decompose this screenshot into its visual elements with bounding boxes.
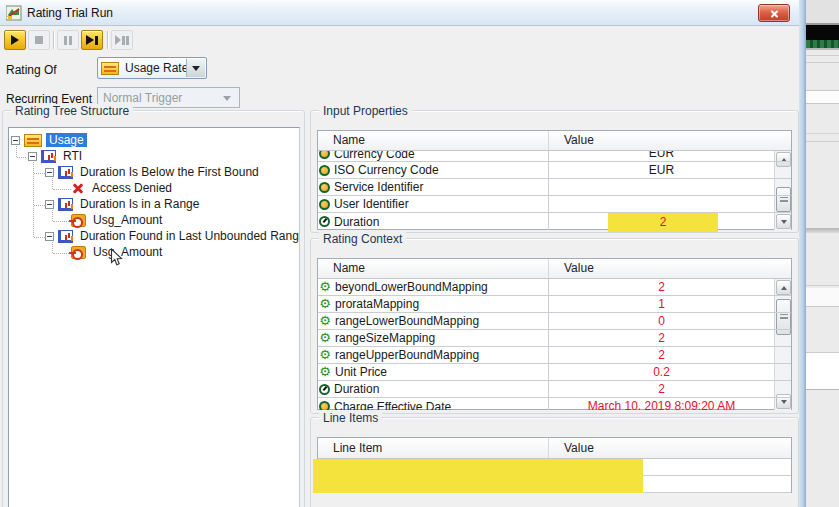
dialog-border [799, 0, 806, 507]
table-row[interactable]: ⚙rangeUpperBoundMapping 2 [318, 347, 791, 364]
column-header-value: Value [549, 438, 791, 458]
toolbar-separator [53, 31, 54, 49]
bg-band [806, 228, 839, 233]
recurring-event-value: Normal Trigger [103, 91, 182, 105]
input-properties-group: Input Properties Name Value Currency Cod… [310, 110, 799, 233]
dropdown-arrow-button[interactable] [186, 59, 205, 77]
context-value: 1 [549, 296, 774, 312]
table-row[interactable]: ⚙beyondLowerBoundMapping 2 [318, 279, 791, 296]
coin-icon [319, 199, 330, 210]
property-name: Duration [334, 215, 379, 229]
column-header-line-item: Line Item [318, 438, 549, 458]
column-header-name: Name [318, 131, 549, 150]
play-icon [11, 35, 19, 45]
table-row[interactable]: ISO Currency Code EUR [318, 162, 791, 179]
screen: Rating Trial Run [0, 0, 839, 507]
pause-icon [64, 36, 67, 45]
tree-node-label[interactable]: Usg_Amount [90, 213, 165, 227]
usage-rate-icon [101, 62, 119, 75]
line-item-highlight [313, 459, 643, 476]
tree-node-usage[interactable]: Usage [11, 132, 299, 148]
stop-button [28, 30, 50, 50]
table-row[interactable]: Service Identifier [318, 179, 791, 196]
rating-context-group: Rating Context Name Value ⚙beyondLowerBo… [310, 238, 799, 414]
tree-node-rti[interactable]: RTI [28, 148, 299, 164]
context-name: rangeUpperBoundMapping [335, 348, 479, 362]
rating-tree-title: Rating Tree Structure [11, 104, 133, 118]
table-row[interactable]: User Identifier [318, 196, 791, 213]
rating-of-label: Rating Of [6, 63, 57, 77]
histogram-icon [58, 230, 73, 243]
tree-node-access-denied[interactable]: Access Denied [71, 180, 299, 196]
bg-band [806, 90, 839, 104]
tree-connector [53, 189, 71, 190]
table-row[interactable]: ⚙Unit Price 0.2 [318, 364, 791, 381]
tree-node-label[interactable]: Duration Found in Last Unbounded Range [77, 229, 300, 243]
rating-of-value: Usage Rate [122, 61, 188, 75]
rating-context-table: Name Value ⚙beyondLowerBoundMapping 2 ⚙p… [317, 258, 792, 410]
table-header: Name Value [318, 131, 791, 151]
gear-icon: ⚙ [319, 315, 331, 327]
play-pause-icon [126, 36, 129, 45]
amount-node-icon [71, 246, 86, 259]
context-name: beyondLowerBoundMapping [335, 280, 488, 294]
context-value: 2 [549, 381, 774, 397]
gear-icon: ⚙ [319, 298, 331, 310]
toolbar-separator [107, 31, 108, 49]
tree-node-last-unbounded-range[interactable]: Duration Found in Last Unbounded Range [45, 228, 299, 244]
tree-connector [17, 157, 26, 158]
stop-icon [35, 36, 43, 44]
gear-icon: ⚙ [319, 281, 331, 293]
run-button[interactable] [4, 30, 26, 50]
tree-node-label[interactable]: Duration Is Below the First Bound [77, 165, 262, 179]
collapse-toggle-icon[interactable] [45, 200, 54, 209]
pause-icon [69, 36, 72, 45]
amount-node-icon [71, 214, 86, 227]
rating-context-title: Rating Context [319, 232, 406, 246]
bg-band [806, 285, 839, 286]
table-row[interactable]: Charge Effective Date March 10, 2019 8:0… [318, 398, 791, 410]
collapse-toggle-icon[interactable] [28, 152, 37, 161]
line-item-highlight [313, 476, 643, 493]
table-header: Line Item Value [318, 438, 791, 459]
app-icon [6, 5, 22, 21]
tree-node-usg-amount[interactable]: Usg_Amount [71, 212, 299, 228]
bg-band [806, 133, 839, 134]
context-value: 2 [549, 347, 774, 363]
context-value: 0.2 [549, 364, 774, 380]
property-name: ISO Currency Code [334, 163, 439, 177]
property-name: Currency Code [334, 151, 415, 161]
tree-node-label[interactable]: Access Denied [89, 181, 175, 195]
table-row[interactable]: ⚙rangeLowerBoundMapping 0 [318, 313, 791, 330]
table-row[interactable]: ⚙rangeSizeMapping 2 [318, 330, 791, 347]
rating-of-dropdown[interactable]: Usage Rate [97, 57, 207, 79]
bg-band [806, 25, 839, 40]
table-row[interactable]: Duration [318, 213, 791, 230]
close-button[interactable] [758, 4, 790, 22]
tree-node-label[interactable]: Duration Is in a Range [77, 197, 202, 211]
table-header: Name Value [318, 259, 791, 279]
coin-icon [319, 165, 330, 176]
tree-node-label[interactable]: Usage [46, 133, 87, 147]
toolbar [0, 28, 799, 54]
tree-node-below-first-bound[interactable]: Duration Is Below the First Bound [45, 164, 299, 180]
line-items-group: Line Items Line Item Value Usage EUR 0.2… [310, 417, 799, 507]
tree-node-in-a-range[interactable]: Duration Is in a Range [45, 196, 299, 212]
table-row[interactable]: Currency Code EUR [318, 151, 791, 162]
context-value: 2 [549, 279, 774, 295]
table-row[interactable]: ⚙prorataMapping 1 [318, 296, 791, 313]
property-value: EUR [549, 162, 774, 178]
chevron-down-icon [192, 66, 200, 71]
line-items-table: Line Item Value Usage EUR 0.20 Usg_Amoun… [317, 437, 792, 493]
tree-connector [34, 237, 45, 238]
step-forward-button[interactable] [81, 30, 103, 50]
context-name: rangeLowerBoundMapping [335, 314, 479, 328]
table-row[interactable]: Duration 2 [318, 381, 791, 398]
collapse-toggle-icon[interactable] [45, 232, 54, 241]
tree-node-usg-amount[interactable]: Usg_Amount [71, 244, 299, 260]
tree-node-label[interactable]: Usg_Amount [90, 245, 165, 259]
collapse-toggle-icon[interactable] [45, 168, 54, 177]
tree-node-label[interactable]: RTI [60, 149, 85, 163]
histogram-icon [58, 198, 73, 211]
collapse-toggle-icon[interactable] [11, 136, 20, 145]
